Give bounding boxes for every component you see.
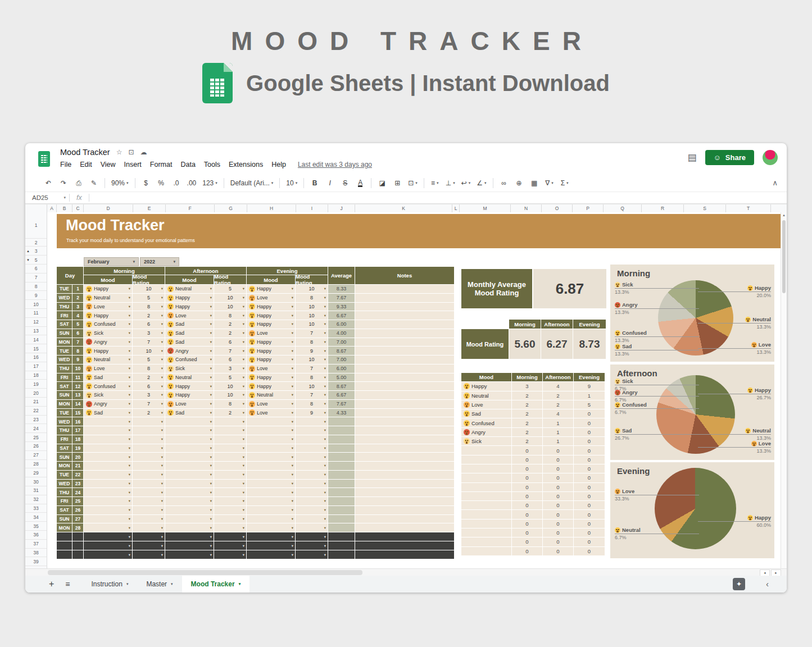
notes-cell[interactable] — [355, 382, 454, 390]
mood-cell[interactable]: Sad▾ — [165, 338, 214, 347]
dropdown-caret-icon[interactable]: ▾ — [129, 402, 130, 406]
dropdown-caret-icon[interactable]: ▾ — [243, 366, 244, 371]
mood-cell[interactable]: Happy▾ — [165, 391, 214, 399]
sheet-canvas[interactable]: Mood Tracker Track your mood daily to un… — [47, 212, 781, 568]
dropdown-caret-icon[interactable]: ▾ — [324, 313, 326, 318]
dropdown-caret-icon[interactable]: ▾ — [324, 295, 326, 300]
mood-rating-cell[interactable]: 8▾ — [133, 303, 165, 311]
mood-rating-cell[interactable]: ▾ — [133, 532, 165, 541]
dropdown-caret-icon[interactable]: ▾ — [210, 499, 212, 503]
font-size-button[interactable]: 10▾ — [283, 177, 300, 189]
mood-rating-cell[interactable]: 5▾ — [133, 356, 165, 364]
mood-cell[interactable]: Happy▾ — [247, 285, 295, 293]
dropdown-caret-icon[interactable]: ▾ — [161, 393, 163, 397]
dropdown-caret-icon[interactable]: ▾ — [324, 481, 326, 486]
dropdown-caret-icon[interactable]: ▾ — [324, 402, 326, 406]
mood-cell[interactable]: ▾ — [247, 480, 295, 488]
column-header-P[interactable]: P — [573, 204, 604, 212]
dropdown-caret-icon[interactable]: ▾ — [243, 286, 244, 291]
row-header-12[interactable]: 12 — [25, 318, 47, 327]
notes-cell[interactable] — [355, 409, 454, 417]
dropdown-caret-icon[interactable]: ▾ — [292, 553, 293, 557]
move-folder-icon[interactable]: ⊡ — [128, 148, 134, 156]
mood-rating-cell[interactable]: ▾ — [214, 417, 246, 426]
dropdown-caret-icon[interactable]: ▾ — [210, 420, 212, 424]
mood-cell[interactable]: Love▾ — [165, 400, 214, 408]
italic-button[interactable]: I — [323, 177, 337, 189]
dropdown-caret-icon[interactable]: ▾ — [324, 553, 326, 557]
dropdown-caret-icon[interactable]: ▾ — [161, 508, 163, 512]
dropdown-caret-icon[interactable]: ▾ — [161, 499, 163, 503]
mood-rating-cell[interactable]: 10▾ — [214, 382, 246, 390]
column-header-F[interactable]: F — [166, 204, 215, 212]
dropdown-caret-icon[interactable]: ▾ — [210, 517, 212, 521]
mood-cell[interactable]: ▾ — [84, 471, 132, 479]
mood-rating-cell[interactable]: 10▾ — [133, 285, 165, 293]
notes-cell[interactable] — [355, 338, 454, 347]
dropdown-caret-icon[interactable]: ▾ — [129, 481, 130, 486]
all-sheets-icon[interactable]: ≡ — [65, 580, 70, 589]
row-header-28[interactable]: 28 — [25, 460, 47, 469]
notes-cell[interactable] — [355, 329, 454, 338]
dropdown-caret-icon[interactable]: ▾ — [161, 535, 163, 539]
row-header-3[interactable]: ▲3 — [25, 247, 47, 256]
mood-cell[interactable]: ▾ — [84, 497, 132, 505]
mood-cell[interactable]: Happy▾ — [165, 382, 214, 390]
dropdown-caret-icon[interactable]: ▾ — [161, 420, 163, 424]
dropdown-caret-icon[interactable]: ▾ — [129, 535, 130, 539]
mood-rating-cell[interactable]: ▾ — [296, 541, 328, 550]
mood-rating-cell[interactable]: ▾ — [214, 426, 246, 435]
dropdown-caret-icon[interactable]: ▾ — [161, 313, 163, 318]
text-color-button[interactable]: A — [353, 177, 368, 189]
row-header-18[interactable]: 18 — [25, 371, 47, 380]
mood-rating-cell[interactable]: 7▾ — [133, 338, 165, 347]
dropdown-caret-icon[interactable]: ▾ — [210, 481, 212, 486]
row-group-toggle-icon[interactable]: ▼ — [26, 258, 30, 262]
dropdown-caret-icon[interactable]: ▾ — [292, 304, 293, 309]
dropdown-caret-icon[interactable]: ▾ — [161, 481, 163, 486]
mood-cell[interactable]: Happy▾ — [247, 303, 295, 311]
notes-cell[interactable] — [355, 426, 454, 435]
mood-cell[interactable]: ▾ — [165, 506, 214, 514]
mood-cell[interactable]: Sick▾ — [84, 329, 132, 338]
column-header-R[interactable]: R — [642, 204, 684, 212]
scrollbar-thumb[interactable] — [782, 220, 786, 293]
column-header-S[interactable]: S — [684, 204, 726, 212]
dropdown-caret-icon[interactable]: ▾ — [292, 331, 293, 335]
dropdown-caret-icon[interactable]: ▾ — [324, 393, 326, 397]
insert-link-button[interactable]: ∞ — [497, 177, 511, 189]
mood-cell[interactable]: Sad▾ — [165, 409, 214, 417]
dropdown-caret-icon[interactable]: ▾ — [324, 357, 326, 362]
dropdown-caret-icon[interactable]: ▾ — [324, 304, 326, 309]
mood-cell[interactable]: ▾ — [165, 453, 214, 461]
share-button[interactable]: ☺Share — [705, 150, 754, 165]
dropdown-caret-icon[interactable]: ▾ — [292, 472, 293, 477]
dropdown-caret-icon[interactable]: ▾ — [292, 357, 293, 362]
row-header-29[interactable]: 29 — [25, 468, 47, 477]
mood-cell[interactable]: ▾ — [165, 480, 214, 488]
mood-rating-cell[interactable]: ▾ — [214, 453, 246, 461]
sheet-tab-instruction[interactable]: Instruction▾ — [83, 576, 138, 593]
dropdown-caret-icon[interactable]: ▾ — [243, 517, 244, 521]
print-button[interactable]: ⎙ — [71, 177, 86, 189]
mood-cell[interactable]: ▾ — [247, 453, 295, 461]
mood-cell[interactable]: Angry▾ — [84, 400, 132, 408]
mood-cell[interactable]: ▾ — [247, 506, 295, 514]
dropdown-caret-icon[interactable]: ▾ — [324, 535, 326, 539]
mood-rating-cell[interactable]: ▾ — [296, 444, 328, 453]
zoom-button[interactable]: 90%▾ — [108, 177, 131, 189]
mood-cell[interactable]: Love▾ — [247, 364, 295, 373]
notes-cell[interactable] — [355, 373, 454, 382]
mood-rating-cell[interactable]: ▾ — [214, 480, 246, 488]
dropdown-caret-icon[interactable]: ▾ — [243, 375, 244, 380]
mood-rating-cell[interactable]: ▾ — [214, 471, 246, 479]
dropdown-caret-icon[interactable]: ▾ — [161, 472, 163, 477]
dropdown-caret-icon[interactable]: ▾ — [161, 286, 163, 291]
row-header-16[interactable]: 16 — [25, 353, 47, 362]
dropdown-caret-icon[interactable]: ▾ — [161, 463, 163, 468]
dropdown-caret-icon[interactable]: ▾ — [161, 304, 163, 309]
mood-cell[interactable]: ▾ — [84, 453, 132, 461]
mood-rating-cell[interactable]: ▾ — [296, 506, 328, 514]
mood-cell[interactable]: ▾ — [165, 471, 214, 479]
dropdown-caret-icon[interactable]: ▾ — [161, 384, 163, 389]
